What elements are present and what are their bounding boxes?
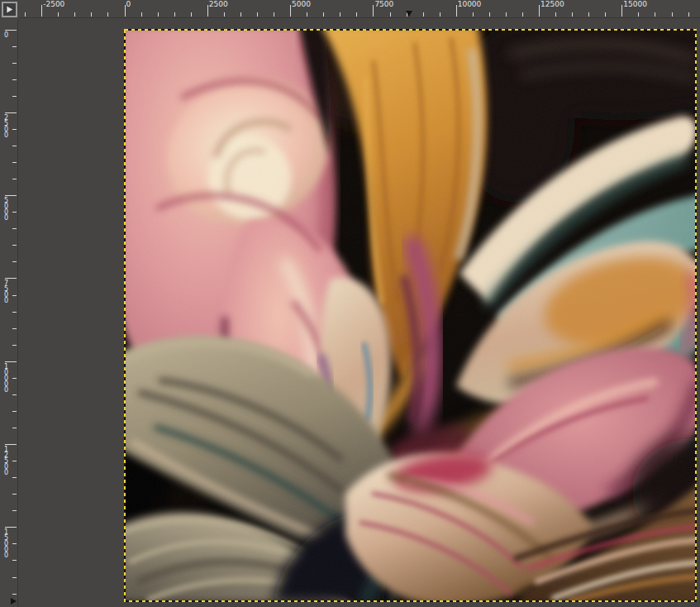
ruler-minor-tick [240,12,241,17]
ruler-minor-tick [12,461,17,461]
ruler-minor-tick [506,12,507,17]
ruler-minor-tick [672,12,673,17]
ruler-minor-tick [688,12,689,17]
ruler-major-tick [539,5,540,17]
ruler-minor-tick [605,12,606,17]
ruler-minor-tick [12,46,17,47]
ruler-label: 15000 [623,0,647,9]
ruler-minor-tick [12,261,17,262]
ruler-minor-tick [174,12,175,17]
ruler-minor-tick [638,12,639,17]
ruler-label: 2500 [1,114,10,137]
ruler-minor-tick [12,411,17,412]
ruler-minor-tick [25,12,26,17]
ruler-minor-tick [12,63,17,64]
ruler-minor-tick [340,12,340,17]
ruler-major-tick [41,5,42,17]
ruler-minor-tick [522,12,523,17]
canvas-menu-button[interactable] [2,2,17,17]
ruler-minor-tick [12,494,17,495]
ruler-minor-tick [12,162,17,163]
ruler-major-tick [5,112,17,113]
ruler-minor-tick [572,12,573,17]
ruler-minor-tick [274,12,274,17]
ruler-major-tick [207,5,208,17]
ruler-major-tick [373,5,374,17]
ruler-minor-tick [390,12,391,17]
ruler-minor-tick [440,12,440,17]
ruler-corner [0,0,19,19]
ruler-minor-tick [489,12,490,17]
canvas-viewport[interactable]: Abstract oil painting of large flowing f… [19,19,700,607]
ruler-label: 12500 [1,446,10,475]
ruler-major-tick [5,361,17,362]
ruler-minor-tick [141,12,142,17]
ruler-label: 10000 [1,363,10,392]
ruler-label: 10000 [458,0,482,9]
ruler-minor-tick [224,12,225,17]
ruler-minor-tick [12,146,17,146]
ruler-minor-tick [257,12,258,17]
ruler-minor-tick [12,594,17,595]
ruler-major-tick [5,195,17,196]
horizontal-ruler[interactable]: -25000250050007500100001250015000 [0,0,700,18]
ruler-minor-tick [12,328,17,329]
ruler-label: 0 [126,0,131,9]
ruler-minor-tick [588,12,589,17]
ruler-minor-tick [74,12,75,17]
ruler-minor-tick [307,12,307,17]
ruler-label: 15000 [1,528,10,557]
ruler-major-tick [5,527,17,528]
ruler-minor-tick [58,12,59,17]
ruler-label: 12500 [540,0,564,9]
right-triangle-icon [3,3,16,16]
ruler-minor-tick [91,12,92,17]
ruler-minor-tick [107,12,108,17]
ruler-position-marker-vertical [11,598,17,605]
layer-boundary [124,29,697,602]
ruler-label: -2500 [43,0,64,9]
ruler-minor-tick [12,345,17,346]
ruler-major-tick [5,444,17,445]
ruler-label: 0 [1,31,10,37]
ruler-minor-tick [423,12,424,17]
ruler-minor-tick [356,12,357,17]
ruler-minor-tick [12,394,17,395]
ruler-label: 2500 [209,0,228,9]
image-layer[interactable]: Abstract oil painting of large flowing f… [124,29,697,602]
ruler-minor-tick [12,245,17,246]
ruler-label: 7500 [1,280,10,303]
ruler-minor-tick [158,12,159,17]
ruler-minor-tick [12,312,17,313]
ruler-minor-tick [12,295,17,296]
ruler-minor-tick [655,12,655,17]
ruler-minor-tick [323,12,324,17]
ruler-minor-tick [12,428,17,428]
ruler-major-tick [290,5,291,17]
ruler-minor-tick [555,12,556,17]
ruler-label: 5000 [292,0,311,9]
vertical-ruler[interactable]: 0250050007500100001250015000 [0,0,18,607]
ruler-minor-tick [12,79,17,80]
ruler-label: 5000 [1,197,10,220]
ruler-minor-tick [473,12,474,17]
ruler-major-tick [5,278,17,279]
ruler-minor-tick [12,543,17,544]
ruler-position-marker-horizontal [406,11,412,17]
ruler-minor-tick [12,179,17,179]
ruler-major-tick [5,30,17,31]
ruler-minor-tick [191,12,192,17]
ruler-minor-tick [12,228,17,229]
ruler-minor-tick [12,560,17,561]
ruler-major-tick [621,5,622,17]
ruler-minor-tick [12,212,17,213]
ruler-minor-tick [12,129,17,130]
ruler-major-tick [456,5,457,17]
image-editor-window: -25000250050007500100001250015000 025005… [0,0,700,607]
ruler-label: 7500 [374,0,393,9]
ruler-minor-tick [12,510,17,511]
ruler-minor-tick [12,378,17,379]
ruler-minor-tick [12,477,17,478]
ruler-major-tick [125,5,126,17]
ruler-minor-tick [12,96,17,97]
